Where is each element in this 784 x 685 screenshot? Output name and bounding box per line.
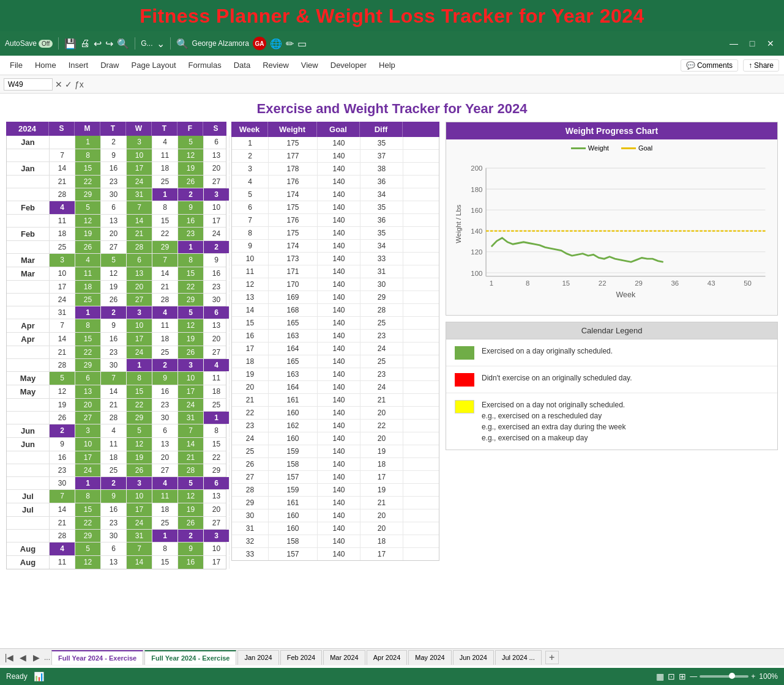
- formula-cancel-icon[interactable]: ✕: [55, 80, 62, 89]
- zoom-plus[interactable]: +: [751, 672, 755, 681]
- comments-button[interactable]: 💬 Comments: [681, 59, 738, 72]
- month-label-jul: Jul: [7, 490, 50, 503]
- search-icon[interactable]: 🔍: [176, 38, 189, 50]
- cal-day: 26: [75, 241, 101, 253]
- tracker-row: 25 159 140 19: [232, 445, 439, 458]
- cal-day: 10: [204, 542, 230, 555]
- cal-day: 19: [50, 399, 75, 411]
- cal-day: 13: [127, 267, 152, 280]
- cal-day: 18: [152, 503, 178, 516]
- menu-review[interactable]: Review: [258, 59, 294, 72]
- tab-add-button[interactable]: +: [545, 651, 559, 664]
- tab-full-year-green[interactable]: Full Year 2024 - Exercise: [144, 650, 236, 665]
- tracker-row: 16 163 140 23: [232, 330, 439, 342]
- tab-nav-prev[interactable]: ◀: [16, 651, 29, 664]
- tracker-weight-cell: 171: [269, 265, 318, 278]
- globe-icon[interactable]: 🌐: [270, 38, 282, 50]
- menu-home[interactable]: Home: [30, 59, 61, 72]
- filename-label: G...: [141, 39, 152, 48]
- formula-confirm-icon[interactable]: ✓: [65, 80, 72, 89]
- cal-day: 31: [178, 412, 204, 424]
- menu-page-layout[interactable]: Page Layout: [127, 59, 181, 72]
- cal-day: 11: [75, 267, 101, 280]
- tab-apr[interactable]: Apr 2024: [367, 650, 408, 665]
- tracker-weight-cell: 162: [269, 420, 318, 432]
- cal-day: 14: [127, 556, 152, 569]
- tracker-weight-cell: 159: [269, 445, 318, 457]
- tab-feb[interactable]: Feb 2024: [280, 650, 322, 665]
- box-icon[interactable]: ▭: [297, 38, 307, 50]
- cal-header-sun: S: [49, 122, 75, 136]
- calendar-row: Jun 2 3 4 5 6 7 8: [7, 424, 226, 438]
- minimize-button[interactable]: —: [725, 37, 742, 50]
- formula-insert-icon[interactable]: ƒx: [75, 80, 84, 89]
- menu-help[interactable]: Help: [374, 59, 400, 72]
- cal-day: 5: [178, 136, 204, 149]
- cal-day: 14: [50, 333, 75, 346]
- zoom-minus[interactable]: —: [690, 672, 697, 681]
- menu-formulas[interactable]: Formulas: [184, 59, 226, 72]
- cal-day: 17: [127, 162, 152, 175]
- tab-full-year-purple[interactable]: Full Year 2024 - Exercise: [51, 650, 143, 665]
- redo-icon[interactable]: ↪: [105, 38, 113, 50]
- page-break-icon[interactable]: ⊞: [679, 672, 686, 681]
- tracker-week-cell: 18: [232, 355, 269, 368]
- undo-icon[interactable]: ↩: [94, 38, 102, 50]
- cal-day: 28: [50, 359, 75, 371]
- save-icon[interactable]: 💾: [64, 38, 77, 50]
- zoom-slider[interactable]: [700, 675, 749, 678]
- close-button[interactable]: ✕: [762, 37, 779, 50]
- tracker-week-cell: 19: [232, 368, 269, 380]
- cal-day: 16: [152, 385, 178, 398]
- tab-jun[interactable]: Jun 2024: [453, 650, 494, 665]
- autosave-toggle[interactable]: Off: [39, 40, 53, 48]
- tracker-goal-cell: 140: [318, 317, 360, 329]
- cell-reference-input[interactable]: [4, 78, 53, 91]
- tab-nav-first[interactable]: |◀: [2, 651, 16, 664]
- page-view-icon[interactable]: ⊡: [668, 672, 675, 681]
- share-button[interactable]: ↑ Share: [743, 59, 779, 72]
- menu-insert[interactable]: Insert: [64, 59, 94, 72]
- cal-day: 20: [152, 451, 178, 464]
- zoom-control[interactable]: — +: [690, 672, 755, 681]
- menu-file[interactable]: File: [5, 59, 28, 72]
- cal-day: 3: [204, 188, 230, 201]
- svg-text:50: 50: [744, 280, 752, 287]
- tab-jul[interactable]: Jul 2024 ...: [495, 650, 542, 665]
- formula-input[interactable]: [86, 80, 780, 89]
- dropdown-icon[interactable]: ⌄: [157, 38, 165, 50]
- menu-draw[interactable]: Draw: [95, 59, 124, 72]
- tracker-header: Week Weight Goal Diff: [231, 122, 439, 137]
- tracker-weight-cell: 178: [269, 163, 318, 175]
- svg-text:160: 160: [471, 207, 482, 214]
- tracker-diff-cell: 33: [360, 253, 403, 265]
- normal-view-icon[interactable]: ▦: [656, 672, 664, 681]
- tracker-row: 9 174 140 34: [232, 240, 439, 253]
- tracker-goal-cell: 140: [318, 445, 360, 457]
- tracker-week-cell: 1: [232, 137, 269, 149]
- menu-view[interactable]: View: [296, 59, 323, 72]
- menu-developer[interactable]: Developer: [326, 59, 371, 72]
- tab-nav-next[interactable]: ▶: [29, 651, 43, 664]
- cal-day: 7: [50, 149, 75, 161]
- cal-day: 29: [75, 530, 101, 542]
- maximize-button[interactable]: □: [744, 37, 761, 50]
- pen-icon[interactable]: ✏: [286, 38, 294, 50]
- cal-day: 13: [101, 556, 127, 569]
- tab-jan[interactable]: Jan 2024: [237, 650, 278, 665]
- month-label: [7, 464, 50, 476]
- month-label: [7, 517, 50, 529]
- weight-legend-label: Weight: [588, 144, 609, 152]
- tracker-goal-cell: 140: [318, 484, 360, 496]
- tracker-weight-cell: 163: [269, 330, 318, 342]
- tracker-week-cell: 3: [232, 163, 269, 175]
- cal-day: 24: [75, 464, 101, 476]
- zoom-icon[interactable]: 🔍: [117, 38, 129, 50]
- cal-day: 1: [127, 359, 152, 371]
- cal-day: 9: [101, 490, 127, 503]
- cal-day: 7: [50, 319, 75, 332]
- tab-may[interactable]: May 2024: [408, 650, 451, 665]
- tab-mar[interactable]: Mar 2024: [323, 650, 365, 665]
- menu-data[interactable]: Data: [229, 59, 255, 72]
- save-alt-icon[interactable]: 🖨: [80, 38, 90, 49]
